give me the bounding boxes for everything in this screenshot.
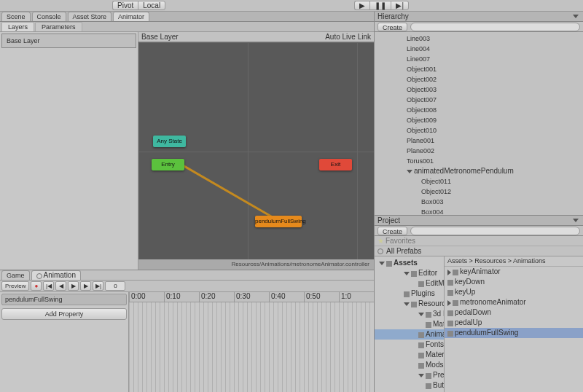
parameters-tab[interactable]: Parameters xyxy=(35,22,82,31)
next-key-button[interactable]: ▶ xyxy=(80,281,91,291)
hierarchy-item[interactable]: Object012 xyxy=(377,187,580,197)
auto-live-link[interactable]: Auto Live Link xyxy=(325,32,371,42)
preview-toggle[interactable]: Preview xyxy=(1,281,29,291)
node-entry[interactable]: Entry xyxy=(152,159,184,170)
folder-item[interactable]: EditModeTe xyxy=(375,278,444,289)
asset-item[interactable]: pendulumFullSwing xyxy=(445,328,583,338)
hierarchy-item[interactable]: Object009 xyxy=(377,115,580,125)
hierarchy-item[interactable]: Line007 xyxy=(377,54,580,64)
asset-item[interactable]: metronomeAnimator xyxy=(445,297,583,307)
expand-icon[interactable] xyxy=(407,170,412,173)
play-button[interactable]: ▶ xyxy=(354,1,369,10)
project-title: Project xyxy=(377,216,400,224)
hierarchy-item[interactable]: Object003 xyxy=(377,85,580,95)
project-create-button[interactable]: Create xyxy=(377,227,407,235)
local-label: Local xyxy=(143,1,160,9)
hierarchy-item[interactable]: Object002 xyxy=(377,74,580,85)
expand-icon[interactable] xyxy=(379,262,385,265)
expand-icon[interactable] xyxy=(404,302,410,306)
favorites-label[interactable]: Favorites xyxy=(386,237,415,245)
base-layer-item[interactable]: Base Layer xyxy=(1,34,136,48)
asset-item[interactable]: keyUp xyxy=(445,287,583,297)
layers-tab[interactable]: Layers xyxy=(1,22,34,31)
hierarchy-item[interactable]: Object010 xyxy=(377,125,580,136)
project-folders[interactable]: Assets Editor EditModeTe Plugins Resourc… xyxy=(375,256,445,392)
hierarchy-item[interactable]: animatedMetronomePendulum xyxy=(377,166,580,176)
folder-item[interactable]: Buttons xyxy=(375,380,444,391)
animation-timeline[interactable]: 0:00 0:10 0:20 0:30 0:40 0:50 1:0 xyxy=(129,292,374,392)
hierarchy-item[interactable]: Line004 xyxy=(377,44,580,54)
folder-item[interactable]: Fonts xyxy=(375,340,444,350)
asset-item[interactable]: pedalDown xyxy=(445,307,583,318)
project-filter-row[interactable]: All Prefabs xyxy=(375,246,583,256)
hierarchy-search[interactable] xyxy=(410,23,580,31)
last-key-button[interactable]: ▶| xyxy=(93,281,103,291)
node-any-state[interactable]: Any State xyxy=(153,136,186,147)
tab-animator[interactable]: Animator xyxy=(113,12,149,21)
project-breadcrumbs[interactable]: Assets > Resources > Animations xyxy=(445,256,583,267)
tab-asset-store[interactable]: Asset Store xyxy=(68,12,112,21)
expand-icon[interactable] xyxy=(447,270,451,275)
step-button[interactable]: ▶| xyxy=(391,1,409,10)
expand-icon[interactable] xyxy=(404,272,410,275)
layers-panel: Base Layer xyxy=(0,32,138,270)
expand-icon[interactable] xyxy=(418,374,424,377)
folder-item[interactable]: Mods xyxy=(375,360,444,370)
hierarchy-item[interactable]: Object001 xyxy=(377,64,580,74)
node-exit[interactable]: Exit xyxy=(319,159,352,170)
tab-scene[interactable]: Scene xyxy=(1,12,31,21)
graph-canvas[interactable]: Any State Entry Exit pendulumFullSwing xyxy=(138,42,374,259)
hierarchy-item[interactable]: Box004 xyxy=(377,207,580,215)
folder-item[interactable]: Editor xyxy=(375,268,444,278)
tab-animation[interactable]: Animation xyxy=(31,270,81,280)
folder-item[interactable]: Assets xyxy=(375,258,444,268)
folder-item[interactable]: Plugins xyxy=(375,289,444,299)
dropdown-icon[interactable] xyxy=(573,15,579,18)
time-tick: 0:10 xyxy=(164,292,199,302)
hierarchy-item[interactable]: Line003 xyxy=(377,34,580,44)
dropdown-icon[interactable] xyxy=(573,219,579,222)
first-key-button[interactable]: |◀ xyxy=(43,281,54,291)
prev-key-button[interactable]: ◀ xyxy=(55,281,66,291)
hierarchy-item[interactable]: Object007 xyxy=(377,95,580,105)
hierarchy-item[interactable]: Plane002 xyxy=(377,146,580,156)
folder-item[interactable]: Animations xyxy=(375,329,444,340)
expand-icon[interactable] xyxy=(418,313,424,316)
folder-item[interactable]: Resources xyxy=(375,299,444,309)
folder-item[interactable]: Materials xyxy=(375,350,444,360)
folder-item[interactable]: Materials xyxy=(375,319,444,329)
hierarchy-item[interactable]: Object011 xyxy=(377,176,580,187)
transition-edge[interactable] xyxy=(182,165,283,224)
folder-icon xyxy=(418,342,424,348)
folder-item[interactable]: Prefabs xyxy=(375,370,444,380)
frame-field[interactable] xyxy=(105,281,125,291)
pivot-button[interactable]: Pivot xyxy=(112,1,138,10)
hierarchy-item[interactable]: Object008 xyxy=(377,105,580,115)
project-contents[interactable]: Assets > Resources > Animations keyAnima… xyxy=(445,256,583,392)
local-button[interactable]: Local xyxy=(138,1,165,10)
project-search[interactable] xyxy=(410,227,580,235)
clip-selector[interactable]: pendulumFullSwing xyxy=(1,294,127,305)
hierarchy-item[interactable]: Plane001 xyxy=(377,136,580,146)
folder-item[interactable]: 3d Models xyxy=(375,309,444,319)
node-state[interactable]: pendulumFullSwing xyxy=(255,216,302,227)
hierarchy-create-button[interactable]: Create xyxy=(377,23,407,31)
record-button[interactable]: ● xyxy=(31,281,42,291)
editor-tabs: Scene Console Asset Store Animator xyxy=(0,12,374,22)
anim-play-button[interactable]: ▶ xyxy=(68,281,79,291)
hierarchy-item[interactable]: Torus001 xyxy=(377,156,580,166)
add-property-button[interactable]: Add Property xyxy=(1,308,127,320)
pause-button[interactable]: ❚❚ xyxy=(369,1,391,10)
state-graph[interactable]: Base Layer Auto Live Link Any State Entr… xyxy=(138,32,374,270)
time-ruler[interactable]: 0:00 0:10 0:20 0:30 0:40 0:50 1:0 xyxy=(129,292,374,302)
expand-icon[interactable] xyxy=(447,300,451,306)
hierarchy-tree[interactable]: Line003 Line004 Line007 Object001 Object… xyxy=(375,32,583,215)
tab-console[interactable]: Console xyxy=(32,12,66,21)
tab-game[interactable]: Game xyxy=(1,270,30,280)
time-tick: 0:30 xyxy=(234,292,269,302)
hierarchy-panel: Hierarchy Create Line003 Line004 Line007… xyxy=(375,12,583,216)
asset-item[interactable]: pedalUp xyxy=(445,318,583,328)
hierarchy-item[interactable]: Box003 xyxy=(377,197,580,207)
asset-item[interactable]: keyAnimator xyxy=(445,267,583,277)
asset-item[interactable]: keyDown xyxy=(445,277,583,287)
